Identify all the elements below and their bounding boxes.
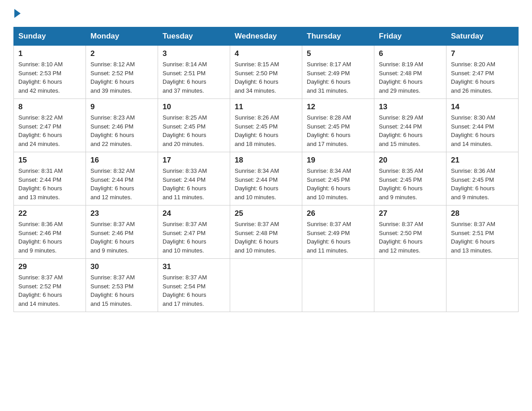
day-number: 15 [18,156,81,165]
day-info: Sunrise: 8:37 AMSunset: 2:48 PMDaylight:… [235,220,297,255]
calendar-cell: 12Sunrise: 8:28 AMSunset: 2:45 PMDayligh… [302,99,374,152]
day-info: Sunrise: 8:33 AMSunset: 2:44 PMDaylight:… [163,167,225,201]
calendar-header-tuesday: Tuesday [158,27,230,46]
day-number: 20 [379,156,442,165]
day-info: Sunrise: 8:15 AMSunset: 2:50 PMDaylight:… [235,60,297,95]
day-number: 18 [235,156,297,165]
calendar-cell: 8Sunrise: 8:22 AMSunset: 2:47 PMDaylight… [14,99,86,152]
day-info: Sunrise: 8:37 AMSunset: 2:54 PMDaylight:… [163,273,225,308]
day-number: 28 [451,209,514,218]
calendar-cell: 9Sunrise: 8:23 AMSunset: 2:46 PMDaylight… [86,99,158,152]
calendar-header-sunday: Sunday [14,27,86,46]
calendar-cell: 18Sunrise: 8:34 AMSunset: 2:44 PMDayligh… [230,152,302,206]
calendar-cell: 5Sunrise: 8:17 AMSunset: 2:49 PMDaylight… [302,46,374,99]
day-number: 7 [451,49,514,58]
day-number: 25 [235,209,297,218]
day-info: Sunrise: 8:37 AMSunset: 2:50 PMDaylight:… [379,220,442,255]
calendar-cell: 14Sunrise: 8:30 AMSunset: 2:44 PMDayligh… [446,99,519,152]
day-number: 30 [90,262,153,271]
day-info: Sunrise: 8:30 AMSunset: 2:44 PMDaylight:… [451,113,514,148]
calendar-cell: 6Sunrise: 8:19 AMSunset: 2:48 PMDaylight… [374,46,446,99]
day-info: Sunrise: 8:14 AMSunset: 2:51 PMDaylight:… [163,60,225,95]
calendar-cell: 29Sunrise: 8:37 AMSunset: 2:52 PMDayligh… [14,259,86,312]
calendar-cell: 31Sunrise: 8:37 AMSunset: 2:54 PMDayligh… [158,259,230,312]
day-info: Sunrise: 8:20 AMSunset: 2:47 PMDaylight:… [451,60,514,95]
day-number: 29 [18,262,81,271]
day-number: 17 [163,156,225,165]
day-info: Sunrise: 8:34 AMSunset: 2:44 PMDaylight:… [235,167,297,201]
day-number: 16 [90,156,153,165]
calendar-header-friday: Friday [374,27,446,46]
calendar-cell [446,259,519,312]
day-number: 6 [379,49,442,58]
calendar-cell: 21Sunrise: 8:36 AMSunset: 2:45 PMDayligh… [446,152,519,206]
calendar-header-monday: Monday [86,27,158,46]
calendar-cell: 4Sunrise: 8:15 AMSunset: 2:50 PMDaylight… [230,46,302,99]
calendar-cell: 30Sunrise: 8:37 AMSunset: 2:53 PMDayligh… [86,259,158,312]
day-number: 23 [90,209,153,218]
calendar-table: SundayMondayTuesdayWednesdayThursdayFrid… [13,27,519,312]
calendar-cell: 7Sunrise: 8:20 AMSunset: 2:47 PMDaylight… [446,46,519,99]
day-info: Sunrise: 8:26 AMSunset: 2:45 PMDaylight:… [235,113,297,148]
day-number: 8 [18,103,81,111]
calendar-cell: 28Sunrise: 8:37 AMSunset: 2:51 PMDayligh… [446,206,519,259]
calendar-cell: 1Sunrise: 8:10 AMSunset: 2:53 PMDaylight… [14,46,86,99]
logo-text [13,9,21,18]
day-info: Sunrise: 8:37 AMSunset: 2:53 PMDaylight:… [90,273,153,308]
calendar-cell [302,259,374,312]
calendar-header-wednesday: Wednesday [230,27,302,46]
calendar-cell: 13Sunrise: 8:29 AMSunset: 2:44 PMDayligh… [374,99,446,152]
day-info: Sunrise: 8:23 AMSunset: 2:46 PMDaylight:… [90,113,153,148]
day-info: Sunrise: 8:17 AMSunset: 2:49 PMDaylight:… [307,60,369,95]
calendar-cell: 15Sunrise: 8:31 AMSunset: 2:44 PMDayligh… [14,152,86,206]
calendar-week-row: 1Sunrise: 8:10 AMSunset: 2:53 PMDaylight… [14,46,519,99]
day-info: Sunrise: 8:12 AMSunset: 2:52 PMDaylight:… [90,60,153,95]
calendar-week-row: 29Sunrise: 8:37 AMSunset: 2:52 PMDayligh… [14,259,519,312]
day-number: 2 [90,49,153,58]
calendar-cell: 11Sunrise: 8:26 AMSunset: 2:45 PMDayligh… [230,99,302,152]
calendar-cell: 23Sunrise: 8:37 AMSunset: 2:46 PMDayligh… [86,206,158,259]
day-number: 27 [379,209,442,218]
calendar-cell: 26Sunrise: 8:37 AMSunset: 2:49 PMDayligh… [302,206,374,259]
calendar-cell: 10Sunrise: 8:25 AMSunset: 2:45 PMDayligh… [158,99,230,152]
day-info: Sunrise: 8:37 AMSunset: 2:47 PMDaylight:… [163,220,225,255]
day-number: 4 [235,49,297,58]
day-info: Sunrise: 8:25 AMSunset: 2:45 PMDaylight:… [163,113,225,148]
day-info: Sunrise: 8:28 AMSunset: 2:45 PMDaylight:… [307,113,369,148]
day-info: Sunrise: 8:10 AMSunset: 2:53 PMDaylight:… [18,60,81,95]
calendar-cell: 22Sunrise: 8:36 AMSunset: 2:46 PMDayligh… [14,206,86,259]
calendar-week-row: 8Sunrise: 8:22 AMSunset: 2:47 PMDaylight… [14,99,519,152]
day-info: Sunrise: 8:19 AMSunset: 2:48 PMDaylight:… [379,60,442,95]
calendar-cell: 27Sunrise: 8:37 AMSunset: 2:50 PMDayligh… [374,206,446,259]
calendar-cell: 19Sunrise: 8:34 AMSunset: 2:45 PMDayligh… [302,152,374,206]
day-info: Sunrise: 8:37 AMSunset: 2:51 PMDaylight:… [451,220,514,255]
day-info: Sunrise: 8:37 AMSunset: 2:52 PMDaylight:… [18,273,81,308]
day-number: 11 [235,103,297,111]
day-number: 3 [163,49,225,58]
day-number: 10 [163,103,225,111]
day-number: 22 [18,209,81,218]
page-header [13,9,519,18]
day-number: 13 [379,103,442,111]
calendar-cell: 2Sunrise: 8:12 AMSunset: 2:52 PMDaylight… [86,46,158,99]
day-number: 9 [90,103,153,111]
day-info: Sunrise: 8:36 AMSunset: 2:46 PMDaylight:… [18,220,81,255]
logo-arrow-icon [14,9,21,18]
calendar-week-row: 22Sunrise: 8:36 AMSunset: 2:46 PMDayligh… [14,206,519,259]
calendar-cell: 20Sunrise: 8:35 AMSunset: 2:45 PMDayligh… [374,152,446,206]
day-number: 12 [307,103,369,111]
day-info: Sunrise: 8:37 AMSunset: 2:46 PMDaylight:… [90,220,153,255]
day-number: 26 [307,209,369,218]
calendar-header-saturday: Saturday [446,27,519,46]
day-info: Sunrise: 8:32 AMSunset: 2:44 PMDaylight:… [90,167,153,201]
day-number: 19 [307,156,369,165]
calendar-cell [230,259,302,312]
calendar-cell [374,259,446,312]
day-info: Sunrise: 8:31 AMSunset: 2:44 PMDaylight:… [18,167,81,201]
calendar-cell: 3Sunrise: 8:14 AMSunset: 2:51 PMDaylight… [158,46,230,99]
day-number: 5 [307,49,369,58]
calendar-header-row: SundayMondayTuesdayWednesdayThursdayFrid… [14,27,519,46]
day-info: Sunrise: 8:22 AMSunset: 2:47 PMDaylight:… [18,113,81,148]
day-info: Sunrise: 8:35 AMSunset: 2:45 PMDaylight:… [379,167,442,201]
day-number: 24 [163,209,225,218]
